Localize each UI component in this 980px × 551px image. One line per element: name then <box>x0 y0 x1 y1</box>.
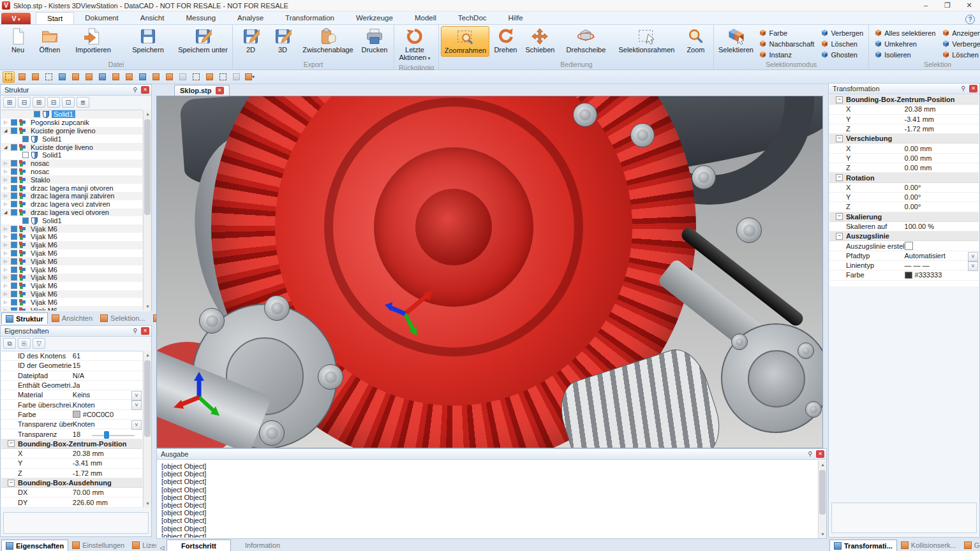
visibility-checkbox[interactable] <box>11 168 17 175</box>
selektieren-button[interactable]: Selektieren <box>716 26 755 55</box>
property-value[interactable]: 0.00 mm <box>905 145 979 152</box>
node-label[interactable]: Vijak M6 <box>29 233 59 240</box>
visibility-checkbox[interactable] <box>22 136 29 142</box>
property-value[interactable]: -3.41 mm <box>73 459 142 467</box>
property-row[interactable]: Z -1.72 mm <box>829 124 979 134</box>
property-row[interactable]: Y -3.41 mm <box>1 459 142 468</box>
tree-item[interactable]: drzac lagera veci otvoren <box>1 209 142 217</box>
property-value[interactable]: 15 <box>73 362 142 369</box>
node-label[interactable]: nosac <box>29 168 51 175</box>
property-value[interactable]: 0.00° <box>905 184 979 191</box>
expander-icon[interactable] <box>4 145 11 150</box>
tree-scrollbar[interactable]: ▲ ▼ <box>143 110 151 311</box>
hide-icon[interactable] <box>137 71 149 83</box>
scroll-up-icon[interactable]: ▲ <box>144 110 152 118</box>
visibility-checkbox[interactable] <box>11 201 17 207</box>
tree-item[interactable]: Solid1 <box>1 216 142 224</box>
visibility-checkbox[interactable] <box>11 185 17 191</box>
property-value[interactable]: #C0C0C0 <box>73 411 142 418</box>
tree-item[interactable]: nosac <box>1 168 142 176</box>
node-label[interactable]: Solid1 <box>40 151 64 159</box>
property-value[interactable]: Knoten <box>73 420 142 428</box>
menu-tab[interactable]: Ansicht <box>130 12 175 24</box>
tree-item[interactable]: Vijak M6 <box>1 224 142 233</box>
panel-tab[interactable]: Kollisionserk... <box>897 540 960 551</box>
node-label[interactable]: Vijak M6 <box>29 249 59 257</box>
filter-properties-icon[interactable]: ▽ <box>33 338 45 349</box>
property-row[interactable]: Y 0.00° <box>829 193 979 202</box>
node-label[interactable]: Vijak M6 <box>29 298 59 306</box>
expander-icon[interactable] <box>4 283 11 288</box>
property-row[interactable]: Pfadtyp Automatisiert <box>829 251 979 261</box>
property-row[interactable]: Enthält Geometri... Ja <box>1 381 142 390</box>
tree-item[interactable]: nosac <box>1 159 142 168</box>
markup-rect-icon[interactable] <box>217 71 229 83</box>
node-label[interactable]: Vijak M6 <box>29 282 59 290</box>
output-scrollbar[interactable]: ▲ ▼ <box>818 460 826 538</box>
property-row[interactable]: Bounding-Box-Zentrum-Position <box>829 95 979 105</box>
panel-tab[interactable]: Einstellungen <box>68 540 128 551</box>
property-row[interactable]: Material Keins <box>1 390 142 400</box>
rotate-icon[interactable] <box>16 71 28 83</box>
visibility-checkbox[interactable] <box>11 299 17 305</box>
document-close-icon[interactable] <box>216 87 224 94</box>
property-value[interactable] <box>905 242 979 250</box>
property-value[interactable]: 0.00 mm <box>905 164 979 172</box>
visibility-checkbox[interactable] <box>11 226 17 232</box>
verbergen-button[interactable]: Verbergen <box>940 38 980 49</box>
pin-icon[interactable] <box>806 450 814 458</box>
panel-close-icon[interactable] <box>141 86 149 94</box>
tree-item[interactable]: Vijak M6 <box>1 257 142 265</box>
tree-item[interactable]: Vijak M6 <box>1 290 142 298</box>
tree-item[interactable]: Vijak M6 <box>1 241 142 249</box>
property-value[interactable]: Ja <box>73 381 142 389</box>
tree-item[interactable]: Kuciste gornje liveno <box>1 127 142 135</box>
selektionsmodus-verbergen-button[interactable]: Verbergen <box>819 27 865 38</box>
tree-item[interactable]: drzac lagera veci zatviren <box>1 200 142 209</box>
umkehren-button[interactable]: Umkehren <box>872 38 937 49</box>
scroll-up-icon[interactable]: ▲ <box>819 460 827 469</box>
property-row[interactable]: Linientyp — — — <box>829 261 979 270</box>
expander-icon[interactable] <box>4 177 11 182</box>
panel-tab[interactable]: Fortschritt <box>167 540 231 551</box>
property-row[interactable]: Skalieren auf 100.00 % <box>829 222 979 231</box>
menu-tab[interactable]: Werkzeuge <box>345 12 404 24</box>
menu-tab[interactable]: Hilfe <box>498 12 534 24</box>
property-value[interactable]: 61 <box>73 352 142 360</box>
menu-tab[interactable]: Messung <box>175 12 226 24</box>
visibility-checkbox[interactable] <box>22 152 29 158</box>
panel-close-icon[interactable] <box>816 450 824 458</box>
zoom-frame-icon[interactable] <box>3 71 15 83</box>
pin-icon[interactable] <box>960 85 967 92</box>
document-tab[interactable]: Sklop.stp <box>174 85 230 96</box>
node-label[interactable]: Vijak M6 <box>29 266 59 274</box>
property-row[interactable]: Farbe #333333 <box>829 270 979 280</box>
isolieren-button[interactable]: Isolieren <box>872 49 937 60</box>
property-value[interactable]: 0.00° <box>905 203 979 210</box>
more-commands-icon[interactable] <box>244 71 256 83</box>
tree-item[interactable]: Vijak M6 <box>1 298 142 306</box>
property-row[interactable]: Z 0.00° <box>829 202 979 212</box>
panel-tab[interactable]: Struktur <box>1 312 48 324</box>
pan-icon[interactable] <box>29 71 41 83</box>
visibility-checkbox[interactable] <box>34 111 40 117</box>
visibility-checkbox[interactable] <box>11 128 17 134</box>
property-row[interactable]: Farbe #C0C0C0 <box>1 410 142 420</box>
node-label[interactable]: Vijak M6 <box>29 225 59 233</box>
property-row[interactable]: ID der Geometrie 15 <box>1 361 142 371</box>
property-value[interactable]: 100.00 % <box>905 223 979 230</box>
property-row[interactable]: Transparenz über... Knoten <box>1 420 142 429</box>
property-row[interactable]: X 0.00° <box>829 183 979 193</box>
menu-tab[interactable]: Modell <box>404 12 447 24</box>
export-3d-button[interactable]: 3D <box>267 26 299 55</box>
selektionsmodus-nachbarschaft-button[interactable]: Nachbarschaft <box>757 38 816 49</box>
expander-icon[interactable] <box>4 186 11 191</box>
property-value[interactable]: Knoten <box>73 401 142 409</box>
property-row[interactable]: Z -1.72 mm <box>1 469 142 478</box>
expander-icon[interactable] <box>4 226 11 231</box>
minimize-button[interactable]: – <box>915 0 937 11</box>
drucken-button[interactable]: Drucken <box>357 26 392 55</box>
property-row[interactable]: Transparenz 18 <box>1 429 142 439</box>
property-value[interactable]: 70.00 mm <box>73 489 142 496</box>
node-label[interactable]: Solid1 <box>40 135 64 143</box>
